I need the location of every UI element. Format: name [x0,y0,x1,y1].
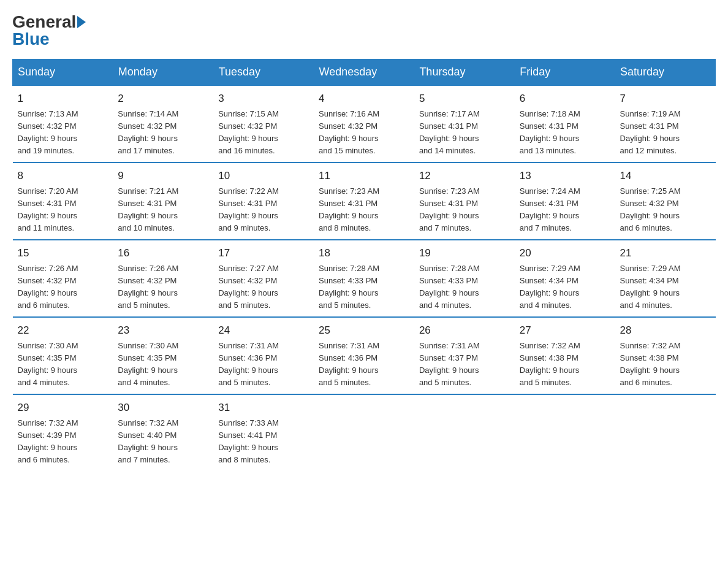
day-number: 24 [218,323,309,339]
weekday-header-thursday: Thursday [414,59,515,86]
calendar-cell: 17Sunrise: 7:27 AMSunset: 4:32 PMDayligh… [213,240,314,317]
calendar-cell: 28Sunrise: 7:32 AMSunset: 4:38 PMDayligh… [615,317,716,394]
logo-arrow-icon [77,16,86,28]
weekday-header-friday: Friday [515,59,615,86]
day-number: 13 [520,168,610,184]
day-number: 10 [218,168,309,184]
day-number: 1 [18,91,108,107]
weekday-header-tuesday: Tuesday [213,59,314,86]
calendar-cell: 16Sunrise: 7:26 AMSunset: 4:32 PMDayligh… [113,240,213,317]
calendar-cell: 9Sunrise: 7:21 AMSunset: 4:31 PMDaylight… [113,163,213,240]
day-info: Sunrise: 7:14 AMSunset: 4:32 PMDaylight:… [118,108,208,158]
day-info: Sunrise: 7:23 AMSunset: 4:31 PMDaylight:… [319,185,409,235]
day-info: Sunrise: 7:32 AMSunset: 4:38 PMDaylight:… [520,340,610,389]
day-info: Sunrise: 7:18 AMSunset: 4:31 PMDaylight:… [520,108,610,158]
day-info: Sunrise: 7:32 AMSunset: 4:39 PMDaylight:… [18,417,108,467]
calendar-week-row: 15Sunrise: 7:26 AMSunset: 4:32 PMDayligh… [13,240,716,317]
calendar-cell: 25Sunrise: 7:31 AMSunset: 4:36 PMDayligh… [314,317,414,394]
calendar-cell: 22Sunrise: 7:30 AMSunset: 4:35 PMDayligh… [13,317,113,394]
day-info: Sunrise: 7:26 AMSunset: 4:32 PMDaylight:… [18,262,108,312]
day-number: 6 [520,91,610,107]
day-number: 17 [218,245,309,261]
day-info: Sunrise: 7:31 AMSunset: 4:37 PMDaylight:… [419,340,510,389]
calendar-cell [314,394,414,471]
calendar-cell: 29Sunrise: 7:32 AMSunset: 4:39 PMDayligh… [13,394,113,471]
day-info: Sunrise: 7:31 AMSunset: 4:36 PMDaylight:… [319,340,409,389]
day-info: Sunrise: 7:29 AMSunset: 4:34 PMDaylight:… [520,262,610,312]
calendar-cell: 14Sunrise: 7:25 AMSunset: 4:32 PMDayligh… [615,163,716,240]
day-info: Sunrise: 7:25 AMSunset: 4:32 PMDaylight:… [620,185,711,235]
day-info: Sunrise: 7:33 AMSunset: 4:41 PMDaylight:… [218,417,309,467]
calendar-cell: 11Sunrise: 7:23 AMSunset: 4:31 PMDayligh… [314,163,414,240]
calendar-cell: 31Sunrise: 7:33 AMSunset: 4:41 PMDayligh… [213,394,314,471]
calendar-cell: 5Sunrise: 7:17 AMSunset: 4:31 PMDaylight… [414,85,515,163]
calendar-cell: 10Sunrise: 7:22 AMSunset: 4:31 PMDayligh… [213,163,314,240]
day-info: Sunrise: 7:17 AMSunset: 4:31 PMDaylight:… [419,108,510,158]
calendar-cell: 7Sunrise: 7:19 AMSunset: 4:31 PMDaylight… [615,85,716,163]
day-number: 29 [18,400,108,416]
calendar-cell: 24Sunrise: 7:31 AMSunset: 4:36 PMDayligh… [213,317,314,394]
logo: General Blue [12,12,86,49]
calendar-cell: 2Sunrise: 7:14 AMSunset: 4:32 PMDaylight… [113,85,213,163]
calendar-cell: 8Sunrise: 7:20 AMSunset: 4:31 PMDaylight… [13,163,113,240]
calendar-cell: 15Sunrise: 7:26 AMSunset: 4:32 PMDayligh… [13,240,113,317]
day-info: Sunrise: 7:23 AMSunset: 4:31 PMDaylight:… [419,185,510,235]
day-number: 3 [218,91,309,107]
calendar-cell: 20Sunrise: 7:29 AMSunset: 4:34 PMDayligh… [515,240,615,317]
day-number: 2 [118,91,208,107]
weekday-header-saturday: Saturday [615,59,716,86]
day-info: Sunrise: 7:28 AMSunset: 4:33 PMDaylight:… [319,262,409,312]
day-info: Sunrise: 7:29 AMSunset: 4:34 PMDaylight:… [620,262,711,312]
day-info: Sunrise: 7:31 AMSunset: 4:36 PMDaylight:… [218,340,309,389]
day-number: 20 [520,245,610,261]
calendar-cell: 6Sunrise: 7:18 AMSunset: 4:31 PMDaylight… [515,85,615,163]
calendar-header-row: SundayMondayTuesdayWednesdayThursdayFrid… [13,59,716,86]
day-number: 8 [18,168,108,184]
day-info: Sunrise: 7:20 AMSunset: 4:31 PMDaylight:… [18,185,108,235]
calendar-cell: 30Sunrise: 7:32 AMSunset: 4:40 PMDayligh… [113,394,213,471]
calendar-cell: 19Sunrise: 7:28 AMSunset: 4:33 PMDayligh… [414,240,515,317]
day-number: 9 [118,168,208,184]
weekday-header-wednesday: Wednesday [314,59,414,86]
calendar-cell: 26Sunrise: 7:31 AMSunset: 4:37 PMDayligh… [414,317,515,394]
day-info: Sunrise: 7:15 AMSunset: 4:32 PMDaylight:… [218,108,309,158]
calendar-week-row: 22Sunrise: 7:30 AMSunset: 4:35 PMDayligh… [13,317,716,394]
calendar-week-row: 29Sunrise: 7:32 AMSunset: 4:39 PMDayligh… [13,394,716,471]
day-number: 30 [118,400,208,416]
day-number: 28 [620,323,711,339]
day-number: 21 [620,245,711,261]
day-info: Sunrise: 7:32 AMSunset: 4:38 PMDaylight:… [620,340,711,389]
day-number: 25 [319,323,409,339]
day-info: Sunrise: 7:19 AMSunset: 4:31 PMDaylight:… [620,108,711,158]
day-number: 12 [419,168,510,184]
weekday-header-sunday: Sunday [13,59,113,86]
calendar-cell: 27Sunrise: 7:32 AMSunset: 4:38 PMDayligh… [515,317,615,394]
calendar-week-row: 8Sunrise: 7:20 AMSunset: 4:31 PMDaylight… [13,163,716,240]
day-number: 4 [319,91,409,107]
day-info: Sunrise: 7:21 AMSunset: 4:31 PMDaylight:… [118,185,208,235]
calendar-cell [414,394,515,471]
day-info: Sunrise: 7:32 AMSunset: 4:40 PMDaylight:… [118,417,208,467]
day-info: Sunrise: 7:30 AMSunset: 4:35 PMDaylight:… [18,340,108,389]
day-number: 15 [18,245,108,261]
day-number: 18 [319,245,409,261]
calendar-cell: 13Sunrise: 7:24 AMSunset: 4:31 PMDayligh… [515,163,615,240]
logo-blue-text: Blue [12,29,50,49]
day-number: 31 [218,400,309,416]
calendar-cell [615,394,716,471]
weekday-header-monday: Monday [113,59,213,86]
day-number: 22 [18,323,108,339]
day-number: 5 [419,91,510,107]
day-info: Sunrise: 7:30 AMSunset: 4:35 PMDaylight:… [118,340,208,389]
day-info: Sunrise: 7:13 AMSunset: 4:32 PMDaylight:… [18,108,108,158]
calendar-cell: 21Sunrise: 7:29 AMSunset: 4:34 PMDayligh… [615,240,716,317]
day-number: 7 [620,91,711,107]
calendar-table: SundayMondayTuesdayWednesdayThursdayFrid… [12,59,716,471]
day-number: 23 [118,323,208,339]
calendar-cell: 23Sunrise: 7:30 AMSunset: 4:35 PMDayligh… [113,317,213,394]
day-info: Sunrise: 7:16 AMSunset: 4:32 PMDaylight:… [319,108,409,158]
day-info: Sunrise: 7:26 AMSunset: 4:32 PMDaylight:… [118,262,208,312]
day-number: 26 [419,323,510,339]
calendar-cell [515,394,615,471]
calendar-cell: 18Sunrise: 7:28 AMSunset: 4:33 PMDayligh… [314,240,414,317]
